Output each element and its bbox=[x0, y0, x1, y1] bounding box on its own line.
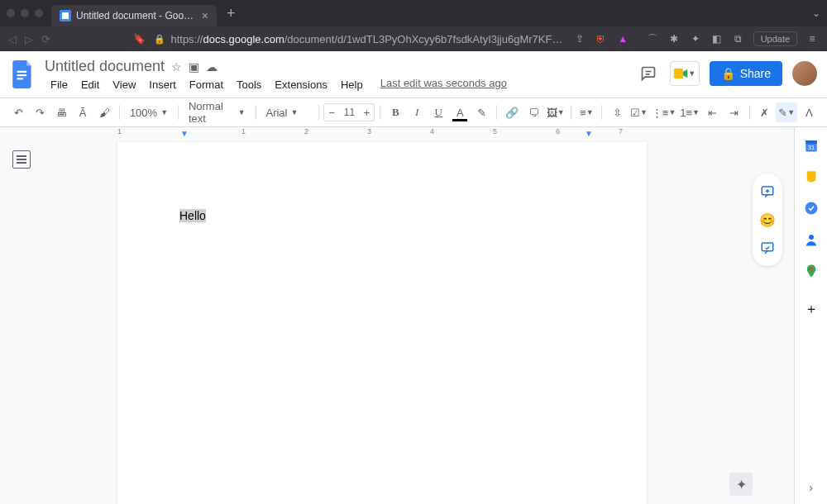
menu-extensions[interactable]: Extensions bbox=[269, 77, 333, 93]
decrease-fontsize-button[interactable]: − bbox=[324, 107, 339, 119]
forward-button[interactable]: ▷ bbox=[25, 33, 33, 45]
align-button[interactable]: ≡▼ bbox=[576, 102, 596, 122]
star-icon[interactable]: ☆ bbox=[171, 60, 182, 74]
sidebar-toggle-icon[interactable]: ◧ bbox=[710, 32, 724, 45]
docs-header: Untitled document ☆ ▣ ☁ File Edit View I… bbox=[0, 51, 827, 93]
menu-insert[interactable]: Insert bbox=[143, 77, 182, 93]
canvas-area: ▼ 1 1 2 3 4 5 6 ▼ 7 Hello 😊 ✦ bbox=[43, 127, 794, 504]
zoom-select[interactable]: 100%▼ bbox=[125, 107, 173, 119]
close-window[interactable] bbox=[7, 9, 15, 17]
highlight-button[interactable]: ✎ bbox=[471, 102, 491, 122]
url-field[interactable]: 🔒 https://docs.google.com/document/d/1wd… bbox=[154, 33, 565, 45]
maps-icon[interactable] bbox=[803, 263, 820, 279]
collapse-panel-icon[interactable]: › bbox=[803, 479, 820, 496]
share-button[interactable]: 🔒 Share bbox=[710, 61, 782, 86]
italic-button[interactable]: I bbox=[407, 102, 427, 122]
paragraph-style-select[interactable]: Normal text▼ bbox=[184, 100, 251, 125]
redo-button[interactable]: ↷ bbox=[30, 102, 50, 122]
menu-tools[interactable]: Tools bbox=[231, 77, 267, 93]
docs-logo[interactable] bbox=[10, 58, 36, 91]
insert-image-button[interactable]: 🖼▼ bbox=[545, 102, 566, 122]
line-spacing-button[interactable]: ⇳ bbox=[607, 102, 627, 122]
insert-comment-button[interactable]: 🗨 bbox=[523, 102, 543, 122]
horizontal-ruler[interactable]: ▼ 1 1 2 3 4 5 6 ▼ 7 bbox=[117, 127, 794, 139]
menu-file[interactable]: File bbox=[45, 77, 74, 93]
share-url-icon[interactable]: ⇪ bbox=[573, 32, 586, 45]
tab-overflow-icon[interactable]: ⌄ bbox=[812, 7, 820, 19]
fontsize-input[interactable]: 11 bbox=[339, 107, 359, 118]
left-indent-marker[interactable]: ▼ bbox=[180, 129, 189, 138]
last-edit-link[interactable]: Last edit was seconds ago bbox=[380, 77, 507, 93]
move-icon[interactable]: ▣ bbox=[189, 60, 199, 74]
floating-toolbar: 😊 bbox=[753, 174, 782, 266]
document-page[interactable]: Hello bbox=[117, 142, 647, 504]
svg-point-14 bbox=[809, 235, 814, 240]
menu-view[interactable]: View bbox=[107, 77, 141, 93]
menu-icon[interactable]: ≡ bbox=[805, 32, 819, 45]
print-button[interactable]: 🖶 bbox=[51, 102, 71, 122]
menu-help[interactable]: Help bbox=[335, 77, 369, 93]
add-comment-button[interactable] bbox=[758, 182, 777, 202]
bold-button[interactable]: B bbox=[385, 102, 405, 122]
document-outline-button[interactable] bbox=[12, 150, 31, 169]
extensions-puzzle-icon[interactable]: ✦ bbox=[689, 32, 702, 45]
extension-icon-3[interactable]: ✱ bbox=[667, 32, 681, 45]
calendar-icon[interactable]: 31 bbox=[803, 137, 820, 154]
paint-format-button[interactable]: 🖌 bbox=[94, 102, 114, 122]
browser-tab[interactable]: Untitled document - Google Do × bbox=[51, 5, 217, 26]
toolbar: ↶ ↷ 🖶 Ā 🖌 100%▼ Normal text▼ Arial▼ − 11… bbox=[0, 97, 827, 127]
svg-rect-1 bbox=[17, 74, 27, 76]
extension-icon-2[interactable]: ⌒ bbox=[646, 32, 659, 45]
pip-icon[interactable]: ⧉ bbox=[732, 32, 745, 45]
keep-icon[interactable] bbox=[803, 169, 820, 185]
decrease-indent-button[interactable]: ⇤ bbox=[703, 102, 723, 122]
bulleted-list-button[interactable]: ⋮≡▼ bbox=[651, 102, 677, 122]
explore-button[interactable]: ✦ bbox=[729, 473, 753, 496]
lock-icon: 🔒 bbox=[154, 34, 165, 45]
text-color-button[interactable]: A bbox=[450, 102, 470, 122]
minimize-window[interactable] bbox=[21, 9, 29, 17]
editing-mode-button[interactable]: ✎▼ bbox=[776, 102, 797, 122]
numbered-list-button[interactable]: 1≡▼ bbox=[679, 102, 701, 122]
document-title[interactable]: Untitled document bbox=[45, 58, 165, 75]
suggest-edits-button[interactable] bbox=[758, 238, 777, 258]
undo-button[interactable]: ↶ bbox=[8, 102, 28, 122]
checklist-button[interactable]: ☑▼ bbox=[629, 102, 648, 122]
address-bar: ◁ ▷ ⟳ 🔖 🔒 https://docs.google.com/docume… bbox=[0, 26, 827, 51]
reload-button[interactable]: ⟳ bbox=[41, 33, 50, 45]
back-button[interactable]: ◁ bbox=[8, 33, 17, 45]
add-addon-button[interactable]: ＋ bbox=[803, 301, 820, 317]
clear-formatting-button[interactable]: ✗ bbox=[754, 102, 774, 122]
contacts-icon[interactable] bbox=[803, 231, 820, 248]
document-content[interactable]: Hello bbox=[179, 209, 206, 222]
url-host: docs.google.com bbox=[203, 33, 284, 45]
right-indent-marker[interactable]: ▼ bbox=[585, 129, 593, 138]
maximize-window[interactable] bbox=[35, 9, 43, 17]
account-avatar[interactable] bbox=[792, 61, 817, 86]
menu-edit[interactable]: Edit bbox=[75, 77, 105, 93]
increase-fontsize-button[interactable]: + bbox=[359, 107, 374, 119]
brave-shield-icon[interactable]: ⛨ bbox=[595, 32, 608, 45]
insert-link-button[interactable]: 🔗 bbox=[502, 102, 522, 122]
spellcheck-button[interactable]: Ā bbox=[73, 102, 93, 122]
bookmark-icon[interactable]: 🔖 bbox=[133, 32, 146, 45]
left-gutter bbox=[0, 127, 43, 504]
increase-indent-button[interactable]: ⇥ bbox=[724, 102, 744, 122]
title-row: Untitled document ☆ ▣ ☁ bbox=[45, 58, 629, 75]
tasks-icon[interactable] bbox=[803, 200, 820, 216]
extension-icon[interactable]: ▲ bbox=[616, 32, 629, 45]
menu-format[interactable]: Format bbox=[184, 77, 229, 93]
comment-history-icon[interactable] bbox=[637, 62, 660, 85]
update-button[interactable]: Update bbox=[753, 31, 797, 46]
url-prefix: https:// bbox=[170, 33, 203, 45]
collapse-toolbar-button[interactable]: ᐱ bbox=[799, 102, 819, 122]
svg-text:31: 31 bbox=[807, 144, 814, 151]
add-emoji-button[interactable]: 😊 bbox=[758, 210, 777, 230]
cloud-status-icon[interactable]: ☁ bbox=[206, 60, 218, 74]
close-tab-icon[interactable]: × bbox=[202, 9, 208, 22]
underline-button[interactable]: U bbox=[428, 102, 448, 122]
font-select[interactable]: Arial▼ bbox=[261, 107, 313, 119]
meet-button[interactable]: ▼ bbox=[670, 61, 700, 86]
new-tab-button[interactable]: + bbox=[227, 5, 236, 22]
share-label: Share bbox=[740, 67, 771, 80]
